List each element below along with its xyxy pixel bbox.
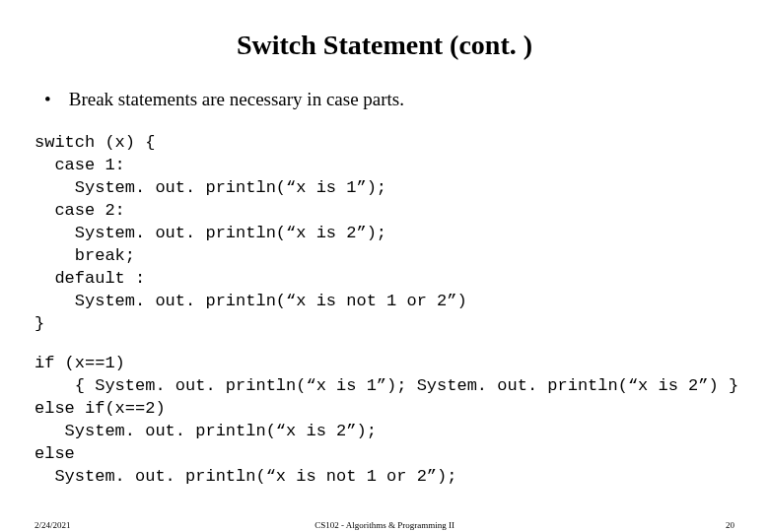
slide-title: Switch Statement (cont. ) bbox=[35, 30, 734, 61]
footer-page-number: 20 bbox=[726, 520, 734, 530]
bullet-text: Break statements are necessary in case p… bbox=[69, 89, 404, 109]
footer-course: CS102 - Algorithms & Programming II bbox=[315, 520, 454, 530]
footer-date: 2/24/2021 bbox=[35, 520, 71, 530]
code-block-switch: switch (x) { case 1: System. out. printl… bbox=[35, 132, 734, 335]
bullet-marker: • bbox=[44, 89, 64, 110]
code-block-if: if (x==1) { System. out. println(“x is 1… bbox=[35, 353, 734, 489]
bullet-item: • Break statements are necessary in case… bbox=[44, 89, 734, 110]
